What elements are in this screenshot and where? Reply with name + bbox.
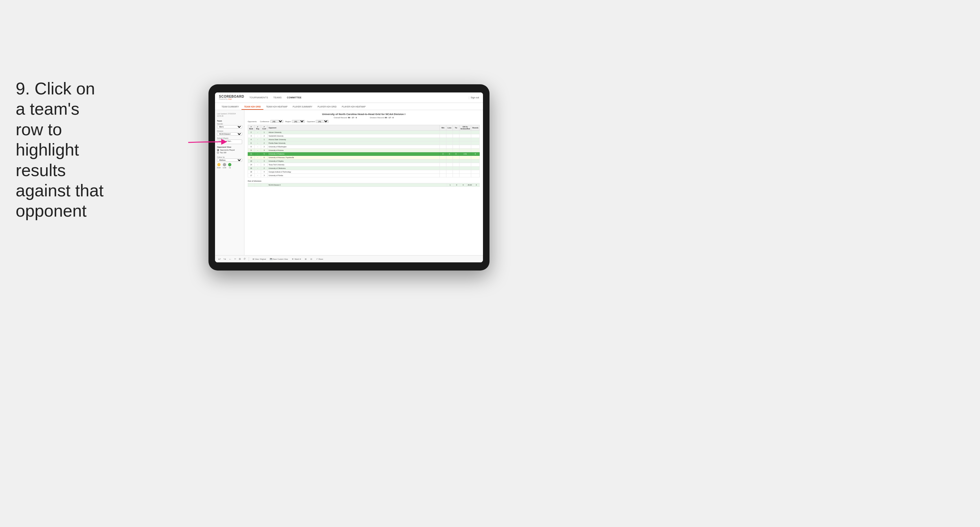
top-nav: SCOREBOARD Powered by clippi TOURNAMENTS… — [215, 92, 483, 103]
cell-loss — [446, 163, 453, 167]
cell-tie — [453, 138, 459, 142]
tab-team-h2h-grid[interactable]: TEAM H2H GRID — [242, 104, 263, 110]
nav-committee[interactable]: COMMITTEE — [287, 96, 302, 99]
division-record: Division Record: 88 - 17 - 0 — [370, 117, 394, 119]
cell-reg: - — [255, 156, 261, 159]
colour-by-select[interactable]: Win/loss — [217, 158, 242, 162]
toolbar-icon-btn2[interactable]: ⊟ — [309, 258, 313, 260]
cell-tie — [453, 174, 459, 177]
table-row-highlighted[interactable]: 11 - 5 University of Alabama 3 0 0 2.61 … — [248, 152, 480, 156]
watch-button[interactable]: 👁 Watch ▾ — [291, 258, 302, 260]
cell-opponent: University of Washington — [267, 145, 440, 149]
cell-rank: 15 — [248, 167, 255, 170]
th-conf: #Conf — [261, 125, 267, 131]
tab-team-summary[interactable]: TEAM SUMMARY — [219, 104, 242, 110]
cell-diff — [459, 174, 471, 177]
radio-top100[interactable]: Top 100 — [217, 151, 242, 154]
nav-tournaments[interactable]: TOURNAMENTS — [249, 96, 268, 99]
records-row: Overall Record: 89 - 17 - 0 Division Rec… — [248, 117, 480, 119]
cell-tie — [453, 167, 459, 170]
save-custom-button[interactable]: 💾 Save Custom View — [269, 258, 289, 260]
cell-loss — [446, 167, 453, 170]
instruction-text: 9. Click on a team's row to highlight re… — [16, 78, 107, 221]
tab-player-h2h-grid[interactable]: PLAYER H2H GRID — [315, 104, 339, 110]
cell-diff — [459, 159, 471, 163]
region-select[interactable]: (All) — [292, 120, 305, 123]
logo-area: SCOREBOARD Powered by clippi — [219, 95, 244, 100]
cell-rounds — [471, 163, 480, 167]
table-row[interactable]: 8 - 2 University of Washington — [248, 145, 480, 149]
back-button[interactable]: ← — [228, 258, 232, 261]
out-of-division-header: Out of division — [248, 180, 480, 182]
cell-opponent: Texas Tech University — [267, 163, 440, 167]
tab-team-h2h-heatmap[interactable]: TEAM H2H HEATMAP — [263, 104, 290, 110]
watch-label: Watch ▾ — [294, 258, 301, 260]
radio-opponents-played[interactable]: Opponents Played — [217, 149, 242, 151]
cell-tie — [453, 134, 459, 138]
copy-button[interactable]: ⊞ — [238, 258, 242, 260]
cell-rank: 14 — [248, 163, 255, 167]
out-of-div-row[interactable]: NCAA Division II 1 0 0 26.00 3 — [248, 183, 480, 187]
cell-diff — [459, 145, 471, 149]
view-label: View: Original — [255, 258, 266, 260]
cell-rank — [248, 183, 255, 187]
colour-dot-up — [228, 163, 231, 166]
table-row[interactable]: 15 - 2 University of Oklahoma — [248, 167, 480, 170]
table-row[interactable]: 14 - 1 Texas Tech University — [248, 163, 480, 167]
colour-by-section: Colour by Win/loss Down Level — [217, 156, 242, 169]
nav-teams[interactable]: TEAMS — [273, 96, 282, 99]
gender-select[interactable]: Men's — [217, 125, 242, 128]
table-row[interactable]: 6 - 2 Florida State University — [248, 142, 480, 145]
undo-button[interactable]: ↩ — [218, 258, 221, 261]
overall-record: Overall Record: 89 - 17 - 0 — [334, 117, 357, 119]
opponents-label: Opponents: — [248, 121, 257, 123]
division-label: Division — [217, 130, 242, 132]
sign-out-link[interactable]: Sign out — [471, 96, 479, 99]
cell-rounds — [471, 170, 480, 174]
cell-loss — [446, 131, 453, 134]
view-original-button[interactable]: ⊞ View: Original — [251, 258, 267, 260]
table-row[interactable]: 9 - 3 University of Arizona — [248, 149, 480, 152]
cell-reg: - — [255, 138, 261, 142]
table-row[interactable]: 3 - 2 Vanderbilt University — [248, 134, 480, 138]
division-select[interactable]: NCAA Division I — [217, 132, 242, 135]
last-updated: Last Updated: 27/03/2024 16:55:38 — [217, 113, 242, 117]
share-button[interactable]: ↗ Share — [315, 258, 325, 260]
cut-button[interactable]: ✂ — [234, 258, 237, 260]
cell-rank: 3 — [248, 134, 255, 138]
data-area: University of North Carolina Head-to-Hea… — [244, 110, 483, 255]
clock-button[interactable]: ⏱ — [243, 258, 247, 260]
th-opponent: Opponent — [267, 125, 440, 131]
opponent-select[interactable]: (All) — [316, 120, 329, 123]
cell-rounds — [471, 138, 480, 142]
table-row[interactable]: 17 - 3 University of Florida — [248, 174, 480, 177]
table-row[interactable]: 2 - 1 Auburn University — [248, 131, 480, 134]
toolbar-icon-btn1[interactable]: ⊞ — [304, 258, 308, 260]
colour-dot-level — [223, 163, 226, 166]
cell-rounds — [471, 149, 480, 152]
colour-label-up: Up — [229, 167, 231, 169]
th-loss: Loss — [446, 125, 453, 131]
table-row[interactable]: 16 - 4 Georgia Institute of Technology — [248, 170, 480, 174]
table-row[interactable]: 13 - 3 University of Virginia — [248, 159, 480, 163]
th-diff: Diff AvStrokes/Rnd — [459, 125, 471, 131]
table-row[interactable]: 12 - 6 University of Arkansas, Fayettevi… — [248, 156, 480, 159]
cell-opponent: University of Oklahoma — [267, 167, 440, 170]
cell-rounds — [471, 167, 480, 170]
th-rounds: Rounds — [471, 125, 480, 131]
cell-conf: 2 — [261, 167, 267, 170]
cell-diff — [459, 138, 471, 142]
tab-player-summary[interactable]: PLAYER SUMMARY — [290, 104, 315, 110]
cell-loss — [446, 170, 453, 174]
redo-button[interactable]: ↪ — [223, 258, 227, 261]
conference-filter: Conference (All) — [260, 120, 283, 123]
cell-loss — [446, 159, 453, 163]
cell-conf: 5 — [261, 152, 267, 156]
conference-select[interactable]: (All) — [270, 120, 283, 123]
opponent-filter-label: Opponent — [307, 121, 315, 123]
table-row[interactable]: 4 - 1 Arizona State University — [248, 138, 480, 142]
cell-loss — [446, 145, 453, 149]
logo-powered: Powered by clippi — [219, 98, 244, 100]
cell-rank: 16 — [248, 170, 255, 174]
tab-player-h2h-heatmap[interactable]: PLAYER H2H HEATMAP — [339, 104, 368, 110]
